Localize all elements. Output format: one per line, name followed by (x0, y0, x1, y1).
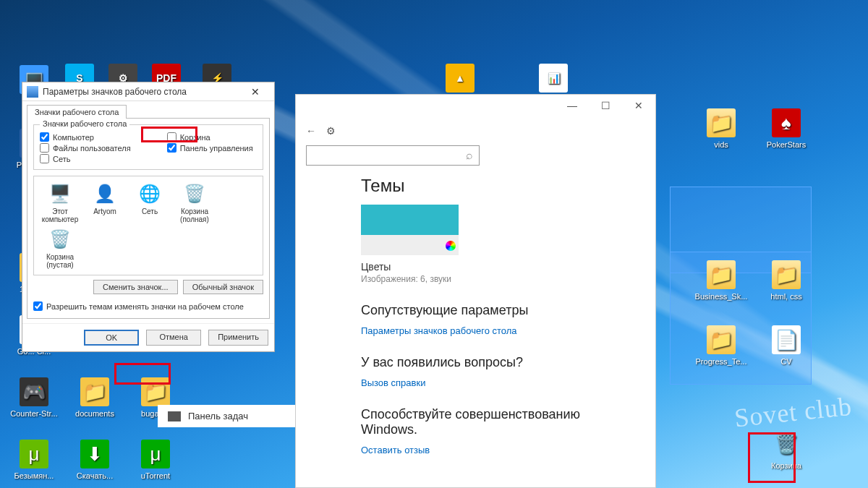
desktop-icon[interactable]: 📁documents (68, 377, 122, 418)
theme-thumbnail[interactable] (361, 205, 459, 255)
tab-desktop-icons[interactable]: Значки рабочего стола (27, 105, 127, 119)
dialog-icon (27, 86, 38, 98)
desktop-icon[interactable]: 📊 (539, 64, 568, 95)
icon-item[interactable]: 🌐Сеть (129, 182, 170, 223)
dialog-title: Параметры значков рабочего стола (43, 87, 241, 97)
close-button[interactable]: ✕ (622, 100, 655, 111)
icon-item[interactable]: 🗑️Корзина (пустая) (40, 228, 80, 269)
desktop-icon[interactable]: ♠PokerStars (760, 108, 813, 149)
checkbox-userfiles[interactable]: Файлы пользователя (40, 143, 131, 153)
change-icon-button[interactable]: Сменить значок... (93, 280, 178, 294)
checkbox-allow-themes[interactable]: Разрешить темам изменять значки на рабоч… (33, 301, 263, 311)
apply-button[interactable]: Применить (208, 330, 268, 346)
search-input[interactable]: ⌕ (306, 145, 480, 166)
cancel-button[interactable]: Отмена (146, 330, 201, 346)
feedback-link[interactable]: Оставить отзыв (361, 445, 590, 455)
desktop-icon[interactable]: 📁Business_Sk... (694, 260, 748, 301)
checkbox-computer[interactable]: Компьютер (40, 132, 131, 142)
checkbox-network[interactable]: Сеть (40, 154, 131, 163)
close-icon[interactable]: ✕ (241, 83, 270, 100)
help-link[interactable]: Вызов справки (361, 377, 590, 388)
settings-gear-icon[interactable]: ⚙ (326, 125, 336, 137)
desktop-icon[interactable]: 📁Progress_Te... (694, 325, 748, 366)
ok-button[interactable]: OK (84, 330, 139, 346)
icon-item[interactable]: 🗑️Корзина (полная) (174, 182, 215, 223)
settings-heading: Темы (361, 176, 590, 196)
desktop-icon[interactable]: 🎮Counter-Str... (7, 377, 61, 418)
icon-preview-list[interactable]: 🖥️Этот компьютер👤Artyom🌐Сеть🗑️Корзина (п… (33, 176, 263, 275)
desktop-icon[interactable]: ⬇Скачать... (68, 440, 122, 480)
theme-info: Изображения: 6, звуки (361, 274, 590, 284)
help-heading: У вас появились вопросы? (361, 355, 590, 370)
desktop-icons-link[interactable]: Параметры значков рабочего стола (361, 325, 590, 336)
default-icon-button[interactable]: Обычный значок (183, 280, 263, 294)
sidebar-item-taskbar[interactable]: Панель задач (158, 405, 295, 427)
desktop-icon[interactable]: 🗑️Корзина (760, 429, 813, 470)
maximize-button[interactable]: ☐ (589, 100, 622, 111)
feedback-heading: Способствуйте совершенствованию Windows. (361, 407, 590, 437)
desktop-icon[interactable]: 📄CV (760, 325, 813, 366)
taskbar-icon (168, 411, 181, 421)
desktop-icon[interactable]: μБезымян... (7, 440, 61, 480)
desktop-icon[interactable]: 📁vids (694, 108, 748, 149)
desktop-icon[interactable]: ▲ (446, 64, 475, 95)
related-heading: Сопутствующие параметры (361, 303, 590, 318)
desktop-icon-settings-dialog: Параметры значков рабочего стола ✕ Значк… (22, 82, 275, 352)
search-icon: ⌕ (466, 149, 473, 162)
icon-item[interactable]: 👤Artyom (85, 182, 125, 223)
theme-name: Цветы (361, 261, 590, 273)
settings-window: — ☐ ✕ ← ⚙ ⌕ Панель задач Темы Цветы Изоб… (295, 94, 656, 488)
desktop-icon[interactable]: 📁html, css (760, 260, 813, 301)
group-label: Значки рабочего стола (40, 119, 129, 128)
watermark: Sovet club (733, 391, 853, 434)
checkbox-controlpanel[interactable]: Панель управления (167, 143, 253, 153)
minimize-button[interactable]: — (556, 100, 589, 111)
checkbox-recycle[interactable]: Корзина (167, 132, 253, 142)
back-icon[interactable]: ← (306, 125, 316, 137)
desktop-icon[interactable]: μuTorrent (129, 440, 182, 480)
icon-item[interactable]: 🖥️Этот компьютер (40, 182, 80, 223)
